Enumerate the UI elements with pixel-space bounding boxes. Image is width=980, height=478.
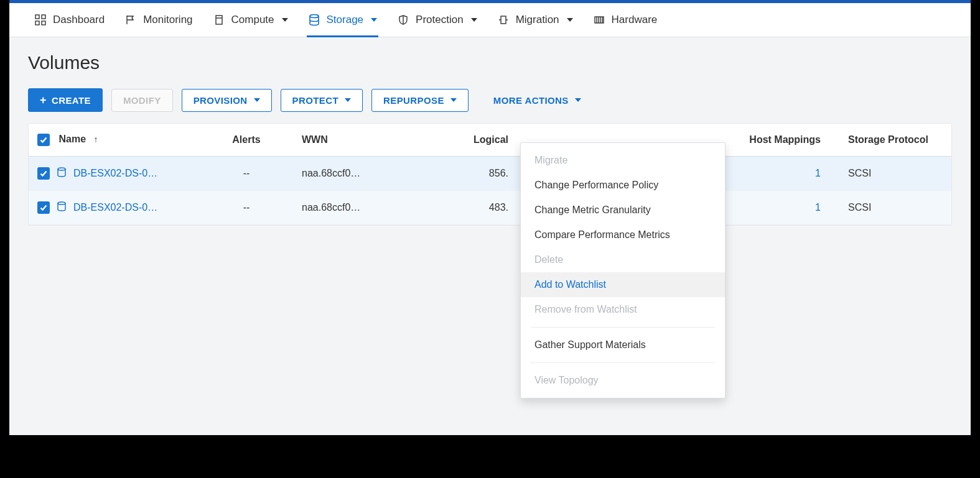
cell-logical: 483. [455, 191, 517, 225]
svg-point-6 [310, 15, 319, 18]
nav-compute-label: Compute [231, 14, 274, 26]
cell-alerts: -- [200, 157, 293, 191]
sort-asc-icon: ↑ [93, 134, 98, 144]
toolbar: + CREATE MODIFY PROVISION PROTECT REPURP… [28, 88, 952, 112]
volume-name-link[interactable]: DB-ESX02-DS-0… [73, 168, 157, 179]
host-mappings-link[interactable]: 1 [815, 168, 821, 178]
chevron-down-icon [471, 18, 477, 22]
svg-rect-3 [42, 21, 45, 25]
create-button[interactable]: + CREATE [28, 88, 103, 112]
cell-wwn: naa.68ccf0… [293, 157, 455, 191]
storage-icon [308, 14, 320, 26]
volume-icon [56, 167, 67, 180]
svg-rect-4 [216, 16, 222, 24]
svg-point-14 [58, 168, 65, 170]
more-actions-menu: Migrate Change Performance Policy Change… [520, 142, 726, 398]
menu-delete: Delete [521, 247, 725, 272]
nav-protection[interactable]: Protection [397, 3, 477, 37]
col-host-mappings[interactable]: Host Mappings [737, 124, 839, 157]
nav-dashboard-label: Dashboard [53, 14, 105, 26]
menu-add-watchlist[interactable]: Add to Watchlist [521, 272, 725, 297]
page-title: Volumes [28, 52, 952, 73]
modify-button: MODIFY [111, 89, 173, 112]
menu-change-perf-policy[interactable]: Change Performance Policy [521, 173, 725, 198]
svg-rect-2 [35, 21, 39, 25]
migration-icon [497, 14, 510, 26]
nav-storage-label: Storage [327, 14, 364, 26]
menu-gather-support[interactable]: Gather Support Materials [521, 333, 725, 357]
repurpose-label: REPURPOSE [383, 95, 444, 106]
row-checkbox[interactable] [37, 201, 50, 214]
top-nav: Dashboard Monitoring Compute Storage [9, 3, 971, 37]
col-name-label: Name [58, 134, 86, 144]
svg-rect-8 [501, 16, 506, 24]
host-mappings-link[interactable]: 1 [815, 202, 821, 213]
select-all-checkbox[interactable] [37, 134, 50, 146]
svg-point-15 [58, 202, 65, 205]
table-row[interactable]: DB-ESX02-DS-0… -- naa.68ccf0… 483. 1 SCS… [29, 191, 951, 225]
col-alerts[interactable]: Alerts [200, 124, 293, 157]
volume-name-link[interactable]: DB-ESX02-DS-0… [73, 202, 157, 213]
volumes-table: Name ↑ Alerts WWN Logical Host Mappings … [29, 124, 951, 225]
nav-hardware-label: Hardware [612, 14, 658, 26]
nav-dashboard[interactable]: Dashboard [34, 3, 105, 37]
chevron-down-icon [575, 98, 581, 102]
menu-migrate: Migrate [521, 148, 725, 173]
menu-compare-perf[interactable]: Compare Performance Metrics [521, 223, 725, 247]
chevron-down-icon [282, 18, 288, 22]
cell-alerts: -- [200, 191, 293, 225]
chevron-down-icon [345, 98, 351, 102]
repurpose-button[interactable]: REPURPOSE [371, 89, 469, 112]
col-name[interactable]: Name ↑ [29, 124, 200, 157]
more-actions-label: MORE ACTIONS [493, 95, 569, 106]
menu-view-topology: View Topology [521, 368, 725, 393]
volume-icon [56, 201, 67, 214]
provision-button[interactable]: PROVISION [182, 89, 272, 112]
plus-icon: + [40, 94, 47, 106]
menu-separator [531, 327, 715, 328]
cell-protocol: SCSI [839, 191, 951, 225]
row-checkbox[interactable] [37, 167, 50, 180]
modify-label: MODIFY [123, 95, 161, 106]
col-wwn[interactable]: WWN [293, 124, 455, 157]
chevron-down-icon [254, 98, 260, 102]
dashboard-icon [34, 14, 47, 26]
nav-monitoring[interactable]: Monitoring [124, 3, 192, 37]
chevron-down-icon [450, 98, 457, 102]
chevron-down-icon [371, 18, 377, 22]
nav-monitoring-label: Monitoring [143, 14, 192, 26]
col-storage-protocol[interactable]: Storage Protocol [839, 124, 951, 157]
nav-migration-label: Migration [516, 14, 559, 26]
hardware-icon [593, 14, 605, 26]
volumes-table-wrap: Name ↑ Alerts WWN Logical Host Mappings … [28, 123, 952, 226]
shield-icon [397, 14, 409, 26]
more-actions-button[interactable]: MORE ACTIONS [490, 90, 585, 111]
menu-remove-watchlist: Remove from Watchlist [521, 297, 725, 322]
protect-button[interactable]: PROTECT [281, 89, 363, 112]
nav-protection-label: Protection [416, 14, 464, 26]
cell-wwn: naa.68ccf0… [293, 191, 455, 225]
cell-logical: 856. [455, 157, 517, 191]
protect-label: PROTECT [292, 95, 338, 106]
nav-storage[interactable]: Storage [308, 3, 378, 37]
cell-protocol: SCSI [839, 157, 951, 191]
svg-rect-0 [35, 15, 39, 19]
nav-compute[interactable]: Compute [213, 3, 288, 37]
provision-label: PROVISION [194, 95, 248, 106]
menu-separator [531, 362, 715, 363]
svg-rect-1 [42, 15, 45, 19]
flag-icon [124, 14, 137, 26]
col-logical[interactable]: Logical [455, 124, 517, 157]
nav-hardware[interactable]: Hardware [593, 3, 658, 37]
create-label: CREATE [52, 95, 91, 106]
table-row[interactable]: DB-ESX02-DS-0… -- naa.68ccf0… 856. 1 SCS… [29, 157, 951, 191]
nav-migration[interactable]: Migration [497, 3, 573, 37]
chevron-down-icon [567, 18, 573, 22]
compute-icon [213, 14, 225, 26]
menu-change-metric-gran[interactable]: Change Metric Granularity [521, 198, 725, 223]
